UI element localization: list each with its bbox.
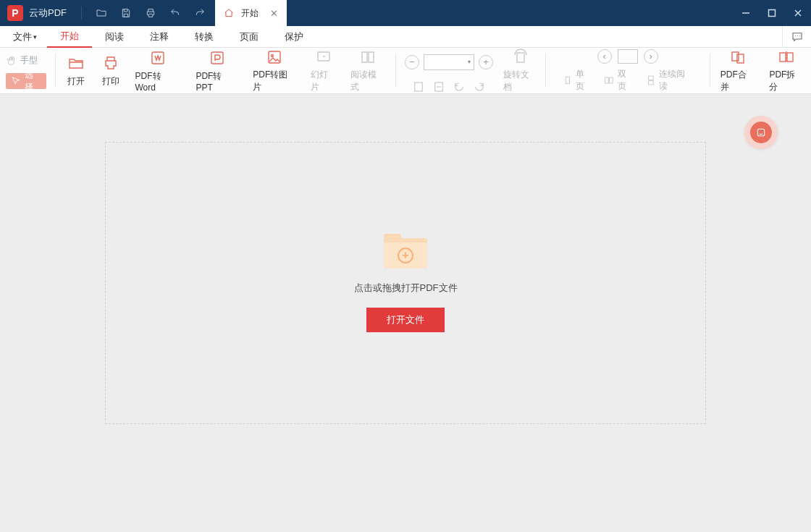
rotate-doc-button[interactable]: 旋转文档 (499, 48, 542, 93)
ribbon-toolbar: 手型 选择 打开 打印 PDF转Word PDF转PPT PDF转图片 幻灯片 … (0, 48, 811, 94)
menu-page[interactable]: 页面 (227, 26, 272, 48)
save-icon[interactable] (114, 0, 138, 26)
svg-rect-6 (415, 83, 423, 91)
pdf-split-button[interactable]: PDF拆分 (762, 48, 811, 93)
pdf-to-word-button[interactable]: PDF转Word (128, 48, 189, 93)
svg-rect-8 (517, 53, 524, 62)
rotate-right-icon[interactable] (473, 80, 486, 93)
continuous-button[interactable]: 连续阅读 (645, 68, 694, 93)
drop-hint-text: 点击或拖拽打开PDF文件 (354, 282, 458, 295)
menubar: 文件▾ 开始 阅读 注释 转换 页面 保护 (0, 26, 811, 48)
svg-rect-3 (269, 51, 280, 63)
svg-rect-17 (787, 53, 793, 62)
minimize-button[interactable] (733, 0, 759, 26)
smile-icon (755, 127, 767, 138)
book-icon (358, 48, 378, 66)
word-icon (148, 48, 168, 67)
open-button[interactable]: 打开 (59, 48, 93, 93)
fit-width-icon[interactable] (432, 80, 445, 93)
document-tab-label: 开始 (241, 7, 259, 20)
read-mode-button[interactable]: 阅读模式 (343, 48, 392, 93)
page-number-input[interactable] (618, 49, 638, 64)
pdf-to-image-button[interactable]: PDF转图片 (245, 48, 303, 93)
close-tab-icon[interactable]: ✕ (270, 8, 278, 19)
svg-rect-2 (211, 52, 223, 64)
undo-icon[interactable] (163, 0, 188, 26)
prev-page-button[interactable]: ‹ (597, 49, 612, 64)
pdf-to-ppt-button[interactable]: PDF转PPT (188, 48, 245, 93)
feedback-icon[interactable] (782, 26, 811, 48)
svg-rect-12 (648, 76, 653, 80)
home-icon (224, 8, 234, 18)
zoom-out-button[interactable]: − (405, 55, 419, 69)
printer-icon (101, 54, 121, 72)
workspace: + 点击或拖拽打开PDF文件 打开文件 (0, 94, 811, 532)
zoom-in-button[interactable]: + (479, 55, 493, 69)
menu-file-label: 文件 (13, 30, 32, 43)
cursor-tools: 手型 选择 (0, 48, 52, 93)
svg-rect-0 (769, 10, 776, 17)
open-file-icon[interactable] (89, 0, 114, 26)
assistant-badge[interactable] (744, 116, 778, 149)
maximize-button[interactable] (759, 0, 785, 26)
rotate-doc-icon (510, 48, 531, 66)
svg-rect-1 (152, 52, 164, 64)
folder-plus-icon: + (384, 234, 427, 269)
drop-zone[interactable]: + 点击或拖拽打开PDF文件 打开文件 (105, 142, 706, 424)
single-page-button[interactable]: 单页 (562, 68, 594, 93)
page-nav-group: ‹ › 单页 双页 连续阅读 (549, 48, 707, 93)
svg-rect-9 (566, 77, 569, 83)
titlebar: P 云动PDF 开始 ✕ (0, 0, 811, 26)
app-name: 云动PDF (29, 7, 67, 20)
double-page-button[interactable]: 双页 (603, 68, 635, 93)
close-window-button[interactable] (785, 0, 811, 26)
open-file-button[interactable]: 打开文件 (366, 308, 445, 332)
split-icon (776, 48, 797, 66)
svg-point-4 (271, 54, 273, 56)
ppt-icon (207, 48, 227, 67)
print-button[interactable]: 打印 (93, 48, 128, 93)
redo-icon[interactable] (188, 0, 212, 26)
next-page-button[interactable]: › (644, 49, 658, 64)
rotate-left-icon[interactable] (453, 80, 466, 93)
document-tab[interactable]: 开始 ✕ (215, 0, 287, 26)
menu-annotate[interactable]: 注释 (137, 26, 182, 48)
menu-start[interactable]: 开始 (47, 26, 92, 48)
zoom-level-select[interactable]: ▾ (424, 54, 474, 70)
app-logo: P (7, 5, 23, 21)
titlebar-separator (81, 7, 82, 20)
menu-file[interactable]: 文件▾ (9, 26, 47, 48)
menu-convert[interactable]: 转换 (182, 26, 227, 48)
fit-page-icon[interactable] (412, 80, 425, 93)
svg-rect-16 (780, 53, 786, 62)
svg-rect-11 (610, 77, 613, 83)
svg-rect-10 (605, 77, 609, 83)
svg-rect-13 (648, 80, 653, 84)
zoom-group: − ▾ + (399, 48, 499, 93)
print-icon[interactable] (138, 0, 163, 26)
slideshow-button[interactable]: 幻灯片 (303, 48, 344, 93)
slideshow-icon (314, 48, 334, 66)
hand-tool[interactable]: 手型 (6, 53, 46, 69)
menu-protect[interactable]: 保护 (272, 26, 316, 48)
pdf-merge-button[interactable]: PDF合并 (713, 48, 762, 93)
merge-icon (728, 48, 748, 66)
menu-read[interactable]: 阅读 (92, 26, 137, 48)
select-tool[interactable]: 选择 (6, 73, 46, 89)
folder-open-icon (66, 54, 86, 72)
svg-rect-18 (757, 129, 764, 135)
image-icon (264, 48, 285, 66)
